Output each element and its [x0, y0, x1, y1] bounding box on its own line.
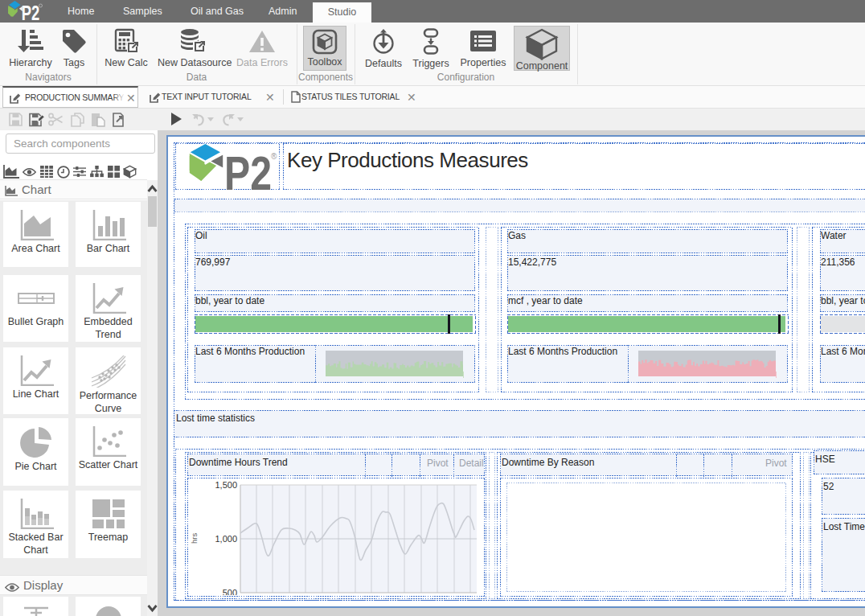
svg-text:hrs: hrs: [190, 533, 199, 544]
svg-text:500: 500: [223, 588, 237, 595]
svg-text:1,000: 1,000: [215, 534, 237, 544]
svg-text:®: ®: [271, 152, 277, 161]
svg-text:P2: P2: [224, 146, 272, 191]
svg-text:P2: P2: [22, 2, 40, 22]
svg-text:1,500: 1,500: [215, 480, 237, 490]
